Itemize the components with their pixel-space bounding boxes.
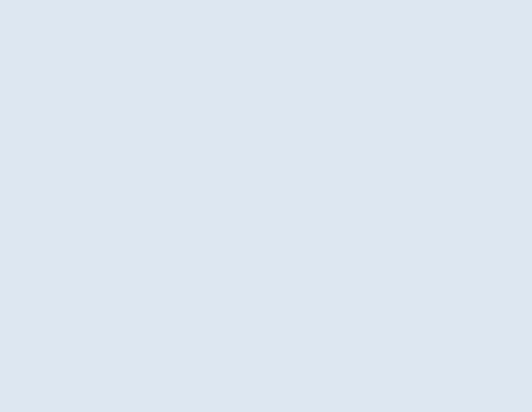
chart-container	[0, 0, 532, 20]
